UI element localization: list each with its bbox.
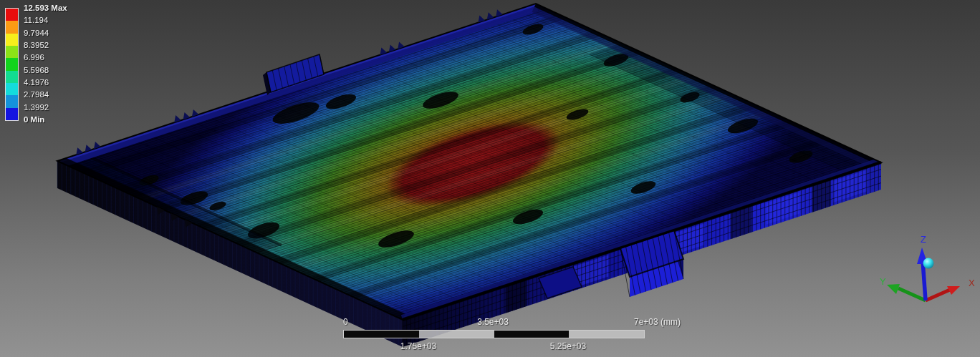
legend-color-swatch xyxy=(6,34,18,46)
legend-color-swatch xyxy=(6,95,18,107)
legend-color-swatch xyxy=(6,9,18,21)
ruler-segment-dark xyxy=(494,331,570,338)
legend-value-label: 5.5968 xyxy=(24,66,49,75)
legend-color-strip xyxy=(5,8,19,121)
legend-value-label: 2.7984 xyxy=(24,90,49,99)
legend-value-label: 9.7944 xyxy=(24,29,49,38)
y-axis-label: Y xyxy=(880,276,886,287)
scale-label-max: 7e+03 (mm) xyxy=(634,317,681,327)
contour-legend: 12.593 Max11.1949.79448.39526.9965.59684… xyxy=(5,8,98,129)
model-viewport[interactable] xyxy=(0,0,980,357)
ruler-segment-dark xyxy=(344,331,419,338)
legend-value-label: 4.1976 xyxy=(24,78,49,87)
y-axis-arrowhead[interactable] xyxy=(887,284,900,294)
legend-color-swatch xyxy=(6,108,18,120)
legend-value-label: 11.194 xyxy=(24,16,48,25)
legend-color-swatch xyxy=(6,21,18,33)
x-axis-arrow[interactable] xyxy=(926,290,950,300)
isometric-ball[interactable] xyxy=(923,258,934,269)
legend-color-swatch xyxy=(6,58,18,70)
legend-color-swatch xyxy=(6,46,18,58)
scale-label-q3: 5.25e+03 xyxy=(550,341,586,351)
scale-ruler: 0 3.5e+03 7e+03 (mm) 1.75e+03 5.25e+03 xyxy=(343,317,683,354)
ansys-viewport: 12.593 Max11.1949.79448.39526.9965.59684… xyxy=(0,0,980,357)
y-axis-arrow[interactable] xyxy=(898,288,926,300)
orientation-triad[interactable]: Z Y X xyxy=(873,230,980,316)
scale-label-0: 0 xyxy=(343,317,348,327)
z-axis-label: Z xyxy=(921,234,926,245)
scale-label-mid: 3.5e+03 xyxy=(477,317,509,327)
legend-value-label: 1.3992 xyxy=(24,103,49,112)
legend-value-label: 8.3952 xyxy=(24,41,49,50)
legend-value-label: 0 Min xyxy=(24,115,44,124)
scale-label-q1: 1.75e+03 xyxy=(400,341,436,351)
legend-color-swatch xyxy=(6,83,18,95)
legend-value-label: 6.996 xyxy=(24,53,44,62)
x-axis-label: X xyxy=(969,278,975,288)
scale-ruler-bar xyxy=(343,330,645,338)
legend-value-label: 12.593 Max xyxy=(24,4,67,13)
legend-color-swatch xyxy=(6,71,18,83)
